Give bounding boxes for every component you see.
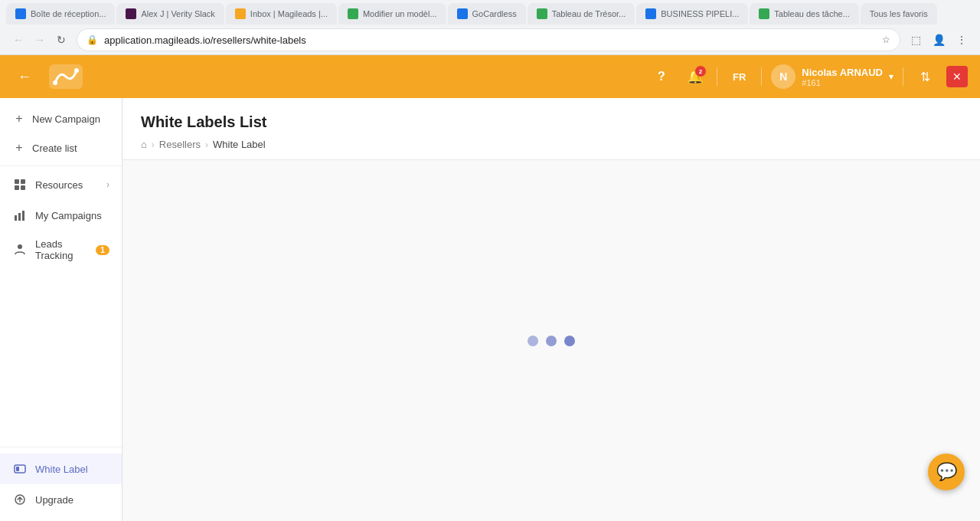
create-list-button[interactable]: + Create list — [0, 133, 122, 162]
adjust-icon: ⇅ — [920, 70, 930, 84]
svg-point-9 — [18, 244, 22, 249]
tab-label-7: BUSINESS PIPELI... — [661, 9, 739, 18]
header-left: ← — [12, 64, 83, 89]
upgrade-label: Upgrade — [35, 494, 109, 506]
chat-button[interactable]: 💬 — [928, 454, 965, 490]
close-button[interactable]: ✕ — [946, 66, 968, 87]
back-button[interactable]: ← — [9, 31, 28, 49]
breadcrumb-resellers[interactable]: Resellers — [159, 139, 201, 150]
user-section[interactable]: N Nicolas ARNAUD #161 ▾ — [771, 64, 893, 89]
address-bar[interactable]: 🔒 application.magileads.io/resellers/whi… — [77, 28, 900, 51]
loading-dot-2 — [546, 336, 557, 346]
tab-label-1: Boîte de réception... — [31, 9, 106, 18]
browser-tab-1[interactable]: Boîte de réception... — [6, 3, 115, 25]
extensions-icon[interactable]: ⬚ — [906, 31, 925, 49]
sidebar-item-leads-tracking[interactable]: Leads Tracking 1 — [0, 231, 122, 269]
sidebar-top: + New Campaign + Create list Resources › — [0, 98, 122, 447]
svg-rect-4 — [15, 185, 19, 190]
main-area: + New Campaign + Create list Resources › — [0, 98, 980, 521]
browser-tab-2[interactable]: Alex J | Verity Slack — [116, 3, 224, 25]
help-button[interactable]: ? — [649, 64, 674, 89]
browser-tab-4[interactable]: Modifier un modèl... — [338, 3, 446, 25]
star-icon[interactable]: ☆ — [882, 34, 890, 45]
svg-rect-3 — [21, 179, 25, 184]
browser-chrome: Boîte de réception... Alex J | Verity Sl… — [0, 0, 980, 55]
logo-svg — [52, 67, 80, 86]
tab-favicon-4 — [348, 8, 358, 19]
notifications-button[interactable]: 🔔 2 — [683, 64, 707, 89]
logo-mark — [49, 64, 83, 89]
tab-label-2: Alex J | Verity Slack — [141, 9, 214, 18]
campaigns-label: My Campaigns — [35, 210, 109, 221]
breadcrumb-sep-1: › — [152, 139, 155, 150]
browser-tabs: Boîte de réception... Alex J | Verity Sl… — [0, 0, 980, 25]
tab-favicon-7 — [645, 8, 656, 19]
header-right: ? 🔔 2 FR N Nicolas ARNAUD #161 ▾ ⇅ ✕ — [649, 64, 968, 89]
sidebar-item-campaigns[interactable]: My Campaigns — [0, 200, 122, 231]
create-list-label: Create list — [32, 143, 77, 154]
loading-dot-3 — [564, 336, 575, 346]
white-label-label: White Label — [35, 464, 109, 475]
sidebar-item-resources[interactable]: Resources › — [0, 169, 122, 200]
content-header: White Labels List ⌂ › Resellers › White … — [122, 98, 980, 160]
app-container: ← ? 🔔 2 FR — [0, 55, 980, 521]
breadcrumb-current: White Label — [213, 139, 266, 150]
page-title: White Labels List — [141, 113, 962, 131]
sidebar-divider-1 — [0, 165, 122, 166]
sidebar-bottom: White Label Upgrade — [0, 447, 122, 521]
browser-tab-3[interactable]: Inbox | Magileads |... — [226, 3, 337, 25]
svg-rect-11 — [16, 467, 19, 471]
tab-favicon-3 — [235, 8, 246, 19]
leads-tracking-label: Leads Tracking — [35, 238, 88, 261]
sidebar-item-white-label[interactable]: White Label — [0, 454, 122, 484]
browser-tab-5[interactable]: GoCardless — [448, 3, 526, 25]
browser-tab-6[interactable]: Tableau de Trésor... — [528, 3, 635, 25]
user-id: #161 — [802, 78, 883, 87]
browser-nav-icons: ← → ↻ — [9, 31, 70, 49]
svg-rect-5 — [21, 185, 25, 190]
user-menu-chevron-icon: ▾ — [889, 71, 893, 82]
browser-tab-8[interactable]: Tableau des tâche... — [750, 3, 858, 25]
browser-actions: ⬚ 👤 ⋮ — [906, 31, 971, 49]
menu-icon[interactable]: ⋮ — [952, 31, 971, 49]
tab-label-6: Tableau de Trésor... — [552, 9, 626, 18]
tab-favicon-6 — [537, 8, 547, 19]
loading-indicator — [528, 336, 575, 346]
tab-favicon-8 — [759, 8, 769, 19]
upgrade-icon — [12, 492, 28, 507]
plus-icon-2: + — [12, 141, 26, 155]
sidebar: + New Campaign + Create list Resources › — [0, 98, 122, 521]
forward-button[interactable]: → — [31, 31, 49, 49]
header-divider-2 — [761, 67, 762, 86]
tab-label-5: GoCardless — [472, 9, 517, 18]
svg-point-0 — [53, 80, 57, 85]
address-bar-url: application.magileads.io/resellers/white… — [104, 34, 876, 46]
sidebar-toggle-button[interactable]: ← — [12, 64, 37, 89]
resources-label: Resources — [35, 179, 99, 191]
breadcrumb-home-icon[interactable]: ⌂ — [141, 139, 147, 150]
language-button[interactable]: FR — [727, 68, 752, 86]
tab-label-8: Tableau des tâche... — [774, 9, 849, 18]
breadcrumb-sep-2: › — [205, 139, 208, 150]
settings-icon[interactable]: ⇅ — [913, 64, 937, 89]
browser-tab-7[interactable]: BUSINESS PIPELI... — [636, 3, 748, 25]
content-area: White Labels List ⌂ › Resellers › White … — [122, 98, 980, 521]
svg-rect-8 — [22, 211, 24, 221]
sidebar-item-upgrade[interactable]: Upgrade — [0, 484, 122, 515]
new-campaign-button[interactable]: + New Campaign — [0, 104, 122, 133]
person-icon — [12, 242, 28, 257]
grid-icon — [12, 177, 28, 192]
resources-arrow-icon: › — [106, 179, 109, 190]
tab-label-3: Inbox | Magileads |... — [250, 9, 328, 18]
profile-icon[interactable]: 👤 — [929, 31, 948, 49]
lock-icon: 🔒 — [87, 34, 98, 45]
breadcrumb: ⌂ › Resellers › White Label — [141, 139, 962, 150]
reload-button[interactable]: ↻ — [52, 31, 70, 49]
tab-favicon-1 — [15, 8, 26, 19]
browser-tab-9[interactable]: Tous les favoris — [861, 3, 937, 25]
user-avatar: N — [771, 64, 795, 89]
tab-favicon-2 — [126, 8, 136, 19]
header-divider-3 — [903, 67, 903, 86]
white-label-icon — [12, 461, 28, 477]
svg-rect-6 — [15, 215, 17, 221]
